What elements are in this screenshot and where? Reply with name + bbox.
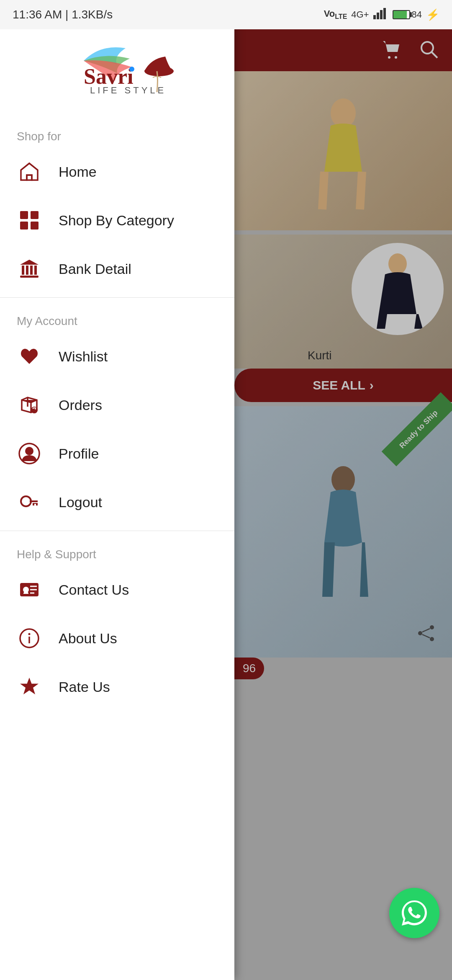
svg-rect-29 <box>26 266 28 275</box>
key-icon <box>17 490 42 515</box>
svg-rect-2 <box>380 10 383 19</box>
svg-marker-27 <box>20 260 39 265</box>
menu-item-logout[interactable]: Logout <box>0 478 234 526</box>
menu-item-profile[interactable]: Profile <box>0 429 234 478</box>
profile-label: Profile <box>59 446 99 462</box>
menu-item-about-us[interactable]: About Us <box>0 614 234 663</box>
svg-rect-30 <box>30 266 33 275</box>
menu-item-home[interactable]: Home <box>0 147 234 196</box>
about-us-label: About Us <box>59 630 117 647</box>
bank-detail-label: Bank Detail <box>59 261 131 277</box>
orders-icon <box>17 392 42 418</box>
svg-point-20 <box>129 67 134 72</box>
section-divider-1 <box>0 297 234 298</box>
menu-item-contact-us[interactable]: Contact Us <box>0 565 234 614</box>
svg-rect-0 <box>373 15 376 19</box>
section-divider-2 <box>0 531 234 531</box>
star-icon <box>17 674 42 699</box>
menu-item-rate-us[interactable]: Rate Us <box>0 663 234 711</box>
svg-point-35 <box>35 410 36 412</box>
whatsapp-button[interactable] <box>389 888 439 938</box>
shop-by-category-label: Shop By Category <box>59 212 174 229</box>
svg-rect-32 <box>20 276 39 278</box>
menu-item-shop-by-category[interactable]: Shop By Category <box>0 196 234 245</box>
svg-rect-26 <box>31 222 39 230</box>
svg-rect-3 <box>383 8 386 19</box>
svg-rect-22 <box>27 175 32 180</box>
menu-item-orders[interactable]: Orders <box>0 381 234 429</box>
svg-rect-28 <box>22 266 24 275</box>
flash-icon: ⚡ <box>426 8 439 21</box>
svg-point-45 <box>28 633 31 635</box>
home-label: Home <box>59 164 97 180</box>
battery-indicator: 84 <box>393 9 422 20</box>
savri-logo-svg: Savri LIFE STYLE <box>50 36 184 98</box>
svg-rect-24 <box>31 211 39 219</box>
profile-icon <box>17 441 42 466</box>
svg-text:LIFE STYLE: LIFE STYLE <box>90 85 166 95</box>
category-icon <box>17 208 42 233</box>
signal-bars <box>373 8 388 22</box>
logout-label: Logout <box>59 494 102 511</box>
bank-icon <box>17 256 42 281</box>
shop-for-label: Shop for <box>0 117 234 147</box>
navigation-drawer: Savri LIFE STYLE Shop for Home <box>0 0 234 980</box>
heart-icon <box>17 344 42 369</box>
svg-rect-31 <box>34 266 37 275</box>
svg-point-37 <box>25 447 33 455</box>
wishlist-label: Wishlist <box>59 348 108 365</box>
menu-item-wishlist[interactable]: Wishlist <box>0 332 234 381</box>
menu-item-bank-detail[interactable]: Bank Detail <box>0 245 234 293</box>
status-icons: VoLTE 4G+ 84 ⚡ <box>324 8 439 22</box>
status-bar: 11:36 AM | 1.3KB/s VoLTE 4G+ 84 ⚡ <box>0 0 452 29</box>
background-overlay[interactable] <box>234 0 452 980</box>
rate-us-label: Rate Us <box>59 679 110 695</box>
my-account-label: My Account <box>0 302 234 332</box>
brand-logo: Savri LIFE STYLE <box>50 36 184 98</box>
contact-us-label: Contact Us <box>59 582 129 598</box>
home-icon <box>17 159 42 184</box>
status-time: 11:36 AM | 1.3KB/s <box>13 8 113 21</box>
about-icon <box>17 626 42 651</box>
orders-label: Orders <box>59 397 102 413</box>
help-support-label: Help & Support <box>0 535 234 565</box>
svg-rect-23 <box>20 211 28 219</box>
svg-marker-46 <box>20 678 39 694</box>
svg-rect-1 <box>377 13 379 19</box>
network-icon: 4G+ <box>351 9 369 20</box>
svg-rect-25 <box>20 222 28 230</box>
svg-point-38 <box>21 496 31 506</box>
contact-icon <box>17 577 42 602</box>
volte-icon: VoLTE <box>324 8 347 21</box>
